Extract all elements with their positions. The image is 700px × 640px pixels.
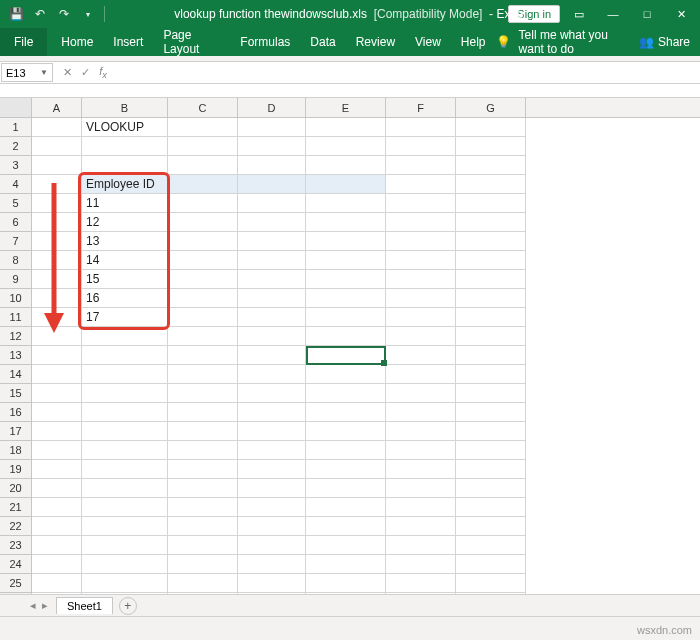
cell-C21[interactable] bbox=[168, 498, 238, 517]
cell-B20[interactable] bbox=[82, 479, 168, 498]
cell-G10[interactable] bbox=[456, 289, 526, 308]
cell-C23[interactable] bbox=[168, 536, 238, 555]
cell-G21[interactable] bbox=[456, 498, 526, 517]
cell-C12[interactable] bbox=[168, 327, 238, 346]
cell-G1[interactable] bbox=[456, 118, 526, 137]
row-header[interactable]: 3 bbox=[0, 156, 32, 175]
cell-C18[interactable] bbox=[168, 441, 238, 460]
tab-home[interactable]: Home bbox=[51, 28, 103, 56]
cell-A2[interactable] bbox=[32, 137, 82, 156]
cell-D7[interactable] bbox=[238, 232, 306, 251]
sheet-nav[interactable]: ◂ ▸ bbox=[30, 599, 48, 612]
row-header[interactable]: 11 bbox=[0, 308, 32, 327]
cell-B1[interactable]: VLOOKUP bbox=[82, 118, 168, 137]
cell-F20[interactable] bbox=[386, 479, 456, 498]
cell-E1[interactable] bbox=[306, 118, 386, 137]
cell-B21[interactable] bbox=[82, 498, 168, 517]
cell-G9[interactable] bbox=[456, 270, 526, 289]
cell-B12[interactable] bbox=[82, 327, 168, 346]
cell-D21[interactable] bbox=[238, 498, 306, 517]
cell-G14[interactable] bbox=[456, 365, 526, 384]
cell-F8[interactable] bbox=[386, 251, 456, 270]
cell-F4[interactable] bbox=[386, 175, 456, 194]
cell-E13[interactable] bbox=[306, 346, 386, 365]
cell-B11[interactable]: 17 bbox=[82, 308, 168, 327]
row-header[interactable]: 7 bbox=[0, 232, 32, 251]
cell-D9[interactable] bbox=[238, 270, 306, 289]
minimize-icon[interactable]: — bbox=[598, 0, 628, 28]
cell-D18[interactable] bbox=[238, 441, 306, 460]
cell-G24[interactable] bbox=[456, 555, 526, 574]
bulb-icon[interactable]: 💡 bbox=[496, 35, 511, 49]
cell-B18[interactable] bbox=[82, 441, 168, 460]
col-header-D[interactable]: D bbox=[238, 98, 306, 117]
cell-F23[interactable] bbox=[386, 536, 456, 555]
cell-A23[interactable] bbox=[32, 536, 82, 555]
share-button[interactable]: 👥 Share bbox=[639, 35, 690, 49]
cell-A9[interactable] bbox=[32, 270, 82, 289]
row-header[interactable]: 18 bbox=[0, 441, 32, 460]
cell-F18[interactable] bbox=[386, 441, 456, 460]
col-header-B[interactable]: B bbox=[82, 98, 168, 117]
row-header[interactable]: 19 bbox=[0, 460, 32, 479]
cell-E8[interactable] bbox=[306, 251, 386, 270]
cell-F3[interactable] bbox=[386, 156, 456, 175]
cell-G13[interactable] bbox=[456, 346, 526, 365]
cell-G22[interactable] bbox=[456, 517, 526, 536]
row-header[interactable]: 25 bbox=[0, 574, 32, 593]
cell-G17[interactable] bbox=[456, 422, 526, 441]
cell-G8[interactable] bbox=[456, 251, 526, 270]
cell-B24[interactable] bbox=[82, 555, 168, 574]
cell-D15[interactable] bbox=[238, 384, 306, 403]
cell-F24[interactable] bbox=[386, 555, 456, 574]
cell-E10[interactable] bbox=[306, 289, 386, 308]
cell-C7[interactable] bbox=[168, 232, 238, 251]
cell-D19[interactable] bbox=[238, 460, 306, 479]
cell-E21[interactable] bbox=[306, 498, 386, 517]
cell-A3[interactable] bbox=[32, 156, 82, 175]
cell-E11[interactable] bbox=[306, 308, 386, 327]
tab-insert[interactable]: Insert bbox=[103, 28, 153, 56]
tell-me[interactable]: Tell me what you want to do bbox=[519, 28, 631, 56]
cell-A7[interactable] bbox=[32, 232, 82, 251]
row-header[interactable]: 23 bbox=[0, 536, 32, 555]
cell-C5[interactable] bbox=[168, 194, 238, 213]
cell-G6[interactable] bbox=[456, 213, 526, 232]
tab-data[interactable]: Data bbox=[300, 28, 345, 56]
row-header[interactable]: 20 bbox=[0, 479, 32, 498]
cell-D3[interactable] bbox=[238, 156, 306, 175]
cell-A21[interactable] bbox=[32, 498, 82, 517]
cell-E5[interactable] bbox=[306, 194, 386, 213]
cell-G11[interactable] bbox=[456, 308, 526, 327]
cell-G4[interactable] bbox=[456, 175, 526, 194]
row-header[interactable]: 6 bbox=[0, 213, 32, 232]
cell-E4[interactable] bbox=[306, 175, 386, 194]
cell-D22[interactable] bbox=[238, 517, 306, 536]
cell-F13[interactable] bbox=[386, 346, 456, 365]
tab-review[interactable]: Review bbox=[346, 28, 405, 56]
cell-F16[interactable] bbox=[386, 403, 456, 422]
cell-C24[interactable] bbox=[168, 555, 238, 574]
cell-C2[interactable] bbox=[168, 137, 238, 156]
cell-F11[interactable] bbox=[386, 308, 456, 327]
cell-E19[interactable] bbox=[306, 460, 386, 479]
col-header-E[interactable]: E bbox=[306, 98, 386, 117]
row-header[interactable]: 24 bbox=[0, 555, 32, 574]
cell-F7[interactable] bbox=[386, 232, 456, 251]
redo-icon[interactable]: ↷ bbox=[56, 6, 72, 22]
row-header[interactable]: 14 bbox=[0, 365, 32, 384]
cell-B14[interactable] bbox=[82, 365, 168, 384]
cell-E20[interactable] bbox=[306, 479, 386, 498]
cell-F9[interactable] bbox=[386, 270, 456, 289]
cell-G12[interactable] bbox=[456, 327, 526, 346]
cell-F15[interactable] bbox=[386, 384, 456, 403]
row-header[interactable]: 9 bbox=[0, 270, 32, 289]
cell-E23[interactable] bbox=[306, 536, 386, 555]
cell-E25[interactable] bbox=[306, 574, 386, 593]
cell-A12[interactable] bbox=[32, 327, 82, 346]
enter-formula-icon[interactable]: ✓ bbox=[78, 66, 92, 79]
fx-icon[interactable]: fx bbox=[96, 65, 110, 80]
formula-input[interactable] bbox=[116, 62, 700, 83]
cell-C1[interactable] bbox=[168, 118, 238, 137]
cell-D8[interactable] bbox=[238, 251, 306, 270]
